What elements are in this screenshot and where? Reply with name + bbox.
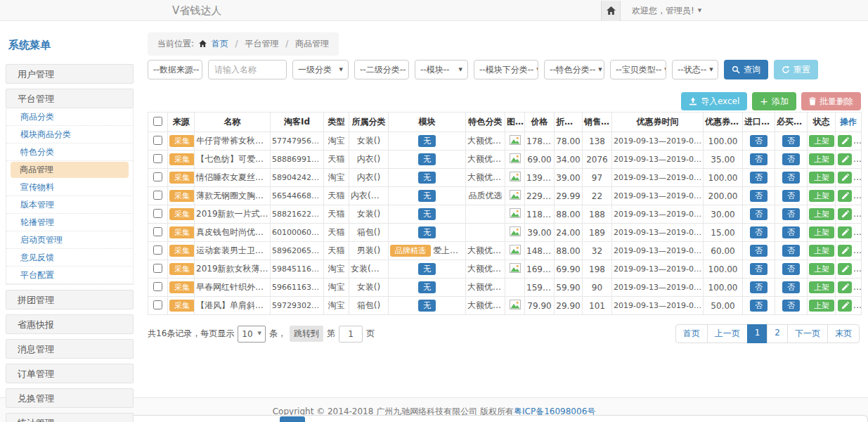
module-badge[interactable]: 无 [418, 300, 436, 312]
module-badge[interactable]: 无 [418, 263, 436, 275]
edit-button[interactable] [838, 263, 852, 275]
filter-select[interactable]: --数据来源--▼ [148, 60, 202, 79]
row-checkbox[interactable] [153, 136, 162, 145]
import-toggle-badge[interactable]: 否 [750, 208, 767, 220]
status-badge[interactable]: 上架 [809, 245, 834, 257]
sidebar-group-header[interactable]: 兑换管理 [6, 388, 134, 408]
sidebar-subitem[interactable]: 启动页管理 [6, 231, 133, 249]
row-checkbox[interactable] [153, 154, 162, 163]
select-all-checkbox[interactable] [153, 117, 162, 126]
import-toggle-badge[interactable]: 否 [750, 263, 767, 275]
import-toggle-badge[interactable]: 否 [750, 135, 767, 147]
module-badge[interactable]: 无 [418, 281, 436, 293]
filter-select[interactable]: --状态--▼ [672, 60, 718, 79]
module-badge[interactable]: 无 [418, 226, 436, 238]
import-toggle-badge[interactable]: 否 [750, 245, 767, 257]
must-buy-toggle-badge[interactable]: 否 [782, 226, 800, 238]
filter-select[interactable]: --特色分类--▼ [544, 60, 604, 79]
import-toggle-badge[interactable]: 否 [750, 281, 767, 293]
module-badge[interactable]: 无 [418, 208, 436, 220]
status-badge[interactable]: 上架 [809, 190, 834, 202]
edit-button[interactable] [838, 172, 852, 184]
reset-button[interactable]: 重置 [774, 60, 818, 79]
status-badge[interactable]: 上架 [809, 300, 834, 312]
sidebar-subitem[interactable]: 商品分类 [6, 108, 133, 126]
sidebar-group-header[interactable]: 消息管理 [6, 339, 134, 359]
edit-button[interactable] [838, 190, 852, 202]
sidebar-group-header[interactable]: 统计管理 [6, 413, 134, 422]
import-toggle-badge[interactable]: 否 [750, 190, 767, 202]
must-buy-toggle-badge[interactable]: 否 [782, 190, 800, 202]
row-checkbox[interactable] [153, 172, 162, 181]
sidebar-subitem[interactable]: 意见反馈 [6, 249, 133, 267]
edit-button[interactable] [838, 135, 852, 147]
row-checkbox[interactable] [153, 227, 162, 236]
import-toggle-badge[interactable]: 否 [750, 172, 767, 184]
sidebar-group-header[interactable]: 平台管理 [6, 89, 134, 108]
must-buy-toggle-badge[interactable]: 否 [782, 245, 800, 257]
add-button[interactable]: + 添加 [752, 92, 796, 110]
sidebar-subitem[interactable]: 模块商品分类 [6, 126, 133, 143]
status-badge[interactable]: 上架 [809, 153, 834, 165]
row-checkbox[interactable] [153, 245, 162, 255]
status-badge[interactable]: 上架 [809, 281, 834, 293]
jump-button[interactable]: 跳转到 [290, 326, 323, 342]
sidebar-group-header[interactable]: 拼团管理 [6, 290, 134, 309]
edit-button[interactable] [838, 226, 852, 238]
pager-item[interactable]: 2 [767, 324, 788, 343]
page-number-input[interactable] [339, 326, 363, 343]
filter-select[interactable]: --模块--▼ [415, 60, 468, 79]
row-checkbox[interactable] [153, 300, 162, 309]
edit-button[interactable] [838, 245, 852, 257]
status-badge[interactable]: 上架 [809, 263, 834, 275]
filter-select[interactable]: --二级分类--▼ [354, 60, 409, 79]
breadcrumb-home-link[interactable]: 首页 [212, 39, 228, 49]
status-badge[interactable]: 上架 [809, 172, 834, 184]
per-page-select[interactable]: 10 ▼ [238, 326, 266, 343]
import-toggle-badge[interactable]: 否 [750, 153, 767, 165]
status-badge[interactable]: 上架 [809, 135, 834, 147]
import-toggle-badge[interactable]: 否 [750, 300, 767, 312]
status-badge[interactable]: 上架 [809, 226, 834, 238]
user-menu[interactable]: 欢迎您，管理员! ▼ [632, 5, 701, 17]
sidebar-subitem[interactable]: 特色分类 [6, 143, 133, 161]
must-buy-toggle-badge[interactable]: 否 [782, 208, 800, 220]
sidebar-subitem-active[interactable]: 商品管理 [11, 162, 129, 178]
row-checkbox[interactable] [153, 264, 162, 273]
import-excel-button[interactable]: 导入excel [681, 92, 747, 110]
import-toggle-badge[interactable]: 否 [750, 226, 767, 238]
filter-select[interactable]: --模块下分类--▼ [474, 60, 538, 79]
must-buy-toggle-badge[interactable]: 否 [782, 281, 800, 293]
pager-item[interactable]: 上一页 [707, 324, 748, 343]
edit-button[interactable] [838, 153, 852, 165]
sidebar-subitem[interactable]: 版本管理 [6, 196, 133, 214]
row-checkbox[interactable] [153, 282, 162, 291]
sidebar-subitem[interactable]: 平台配置 [6, 267, 133, 284]
filter-select[interactable]: --宝贝类型--▼ [610, 60, 666, 79]
must-buy-toggle-badge[interactable]: 否 [782, 153, 800, 165]
sidebar-subitem[interactable]: 宣传物料 [6, 179, 133, 196]
edit-button[interactable] [838, 300, 852, 312]
home-button[interactable] [601, 1, 621, 21]
must-buy-toggle-badge[interactable]: 否 [782, 172, 800, 184]
pager-item[interactable]: 首页 [675, 324, 708, 343]
module-badge[interactable]: 无 [418, 190, 436, 202]
module-badge[interactable]: 无 [418, 153, 436, 165]
query-button[interactable]: 查询 [724, 60, 768, 79]
sidebar-group-header[interactable]: 订单管理 [6, 364, 134, 383]
edit-button[interactable] [838, 208, 852, 220]
pager-item-active[interactable]: 1 [747, 324, 768, 343]
sidebar-group-header[interactable]: 用户管理 [6, 64, 134, 84]
sidebar-subitem[interactable]: 轮播管理 [6, 214, 133, 231]
module-badge[interactable]: 无 [418, 135, 436, 147]
row-checkbox[interactable] [153, 209, 162, 218]
must-buy-toggle-badge[interactable]: 否 [782, 135, 800, 147]
name-search-input[interactable] [208, 60, 287, 79]
sidebar-group-header[interactable]: 省惠快报 [6, 314, 134, 334]
must-buy-toggle-badge[interactable]: 否 [782, 263, 800, 275]
pager-item[interactable]: 下一页 [787, 324, 828, 343]
pager-item[interactable]: 末页 [827, 324, 860, 343]
filter-select[interactable]: 一级分类▼ [292, 60, 349, 79]
edit-button[interactable] [838, 281, 852, 293]
batch-delete-button[interactable]: 批量删除 [801, 92, 861, 110]
